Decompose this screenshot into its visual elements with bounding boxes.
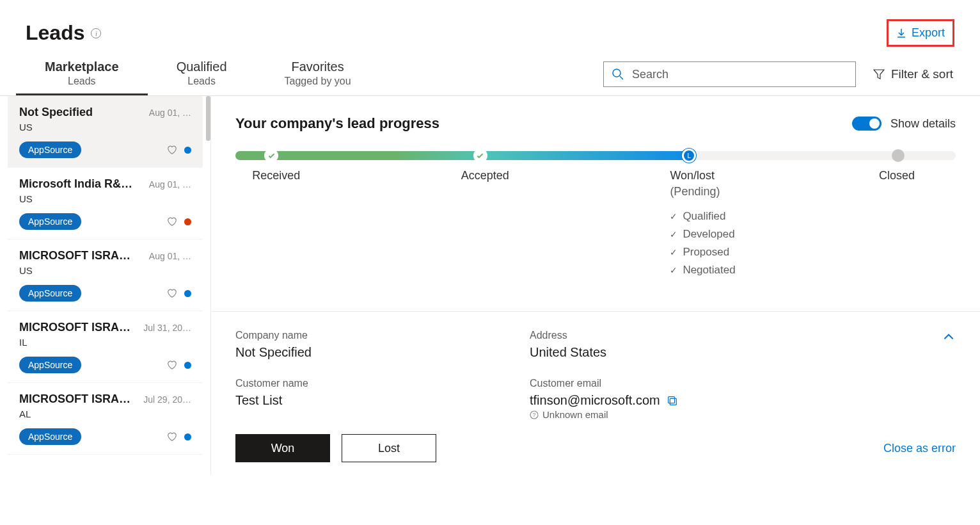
stage-checklist: Qualified Developed Proposed Negotiated — [670, 207, 735, 279]
lead-list: Not SpecifiedAug 01, … US AppSource Micr… — [0, 96, 211, 475]
customer-email-value: tfinson@microsoft.com — [530, 393, 660, 408]
lead-date: Aug 01, … — [149, 251, 191, 261]
status-dot — [184, 290, 191, 297]
search-icon — [612, 68, 624, 81]
company-name-label: Company name — [235, 330, 491, 341]
tab-qualified[interactable]: Qualified Leads — [148, 53, 256, 95]
lead-item[interactable]: Microsoft India R&…Aug 01, … US AppSourc… — [8, 168, 203, 239]
stage-marker-wonlost: L — [682, 149, 696, 163]
lead-name: MICROSOFT ISRAE… — [19, 249, 134, 262]
lead-date: Aug 01, … — [149, 179, 191, 190]
lead-name: Not Specified — [19, 106, 93, 119]
lead-item[interactable]: Not SpecifiedAug 01, … US AppSource — [8, 96, 203, 168]
question-icon: ? — [530, 410, 539, 419]
customer-email-label: Customer email — [530, 378, 786, 389]
company-name-value: Not Specified — [235, 345, 491, 360]
tab-marketplace[interactable]: Marketplace Leads — [16, 53, 148, 95]
close-as-error-link[interactable]: Close as error — [883, 442, 956, 455]
customer-name-value: Test List — [235, 393, 491, 408]
stage-label-accepted: Accepted — [461, 169, 509, 182]
customer-name-label: Customer name — [235, 378, 491, 389]
lead-date: Jul 31, 20… — [143, 323, 191, 333]
address-label: Address — [530, 330, 786, 341]
address-value: United States — [530, 345, 786, 360]
download-icon — [896, 28, 906, 38]
svg-rect-1 — [670, 398, 676, 405]
lead-location: AL — [19, 408, 191, 419]
lead-location: US — [19, 122, 191, 133]
won-button[interactable]: Won — [235, 434, 330, 462]
progress-bar: L — [235, 151, 956, 160]
lead-name: MICROSOFT ISRAE… — [19, 321, 134, 334]
heart-icon[interactable] — [166, 359, 178, 371]
lead-source-pill: AppSource — [19, 357, 81, 373]
lead-location: IL — [19, 337, 191, 348]
lead-name: Microsoft India R&… — [19, 177, 132, 191]
show-details-toggle[interactable] — [852, 117, 881, 131]
progress-title: Your company's lead progress — [235, 115, 439, 132]
tab-bar: Marketplace Leads Qualified Leads Favori… — [16, 53, 380, 95]
lead-date: Aug 01, … — [149, 108, 191, 118]
lead-location: US — [19, 265, 191, 276]
lead-source-pill: AppSource — [19, 428, 81, 445]
heart-icon[interactable] — [166, 216, 178, 227]
lead-item[interactable]: MICROSOFT ISRAE…Jul 29, 20… AL AppSource — [8, 383, 203, 455]
stage-label-wonlost: Won/lost (Pending) Qualified Developed P… — [670, 169, 735, 279]
page-title: Leads — [26, 21, 84, 45]
stage-marker-received — [264, 149, 278, 163]
chevron-up-icon[interactable] — [942, 330, 956, 344]
lead-date: Jul 29, 20… — [143, 394, 191, 405]
lead-name: MICROSOFT ISRAE… — [19, 392, 134, 406]
heart-icon[interactable] — [166, 287, 178, 299]
lead-source-pill: AppSource — [19, 141, 81, 158]
search-box[interactable] — [603, 61, 856, 87]
svg-rect-2 — [668, 396, 674, 403]
status-dot — [184, 362, 191, 369]
svg-text:?: ? — [532, 412, 535, 418]
email-status: ? Unknown email — [530, 409, 786, 420]
tab-favorites[interactable]: Favorites Tagged by you — [256, 53, 380, 95]
copy-icon[interactable] — [667, 395, 678, 407]
lead-source-pill: AppSource — [19, 285, 81, 302]
status-dot — [184, 433, 191, 440]
stage-marker-closed — [892, 149, 905, 162]
heart-icon[interactable] — [166, 144, 178, 156]
filter-icon — [873, 69, 885, 80]
stage-label-closed: Closed — [879, 169, 915, 182]
lead-source-pill: AppSource — [19, 213, 81, 230]
stage-label-received: Received — [252, 169, 300, 182]
status-dot — [184, 147, 191, 154]
export-button[interactable]: Export — [887, 19, 954, 47]
toggle-label: Show details — [890, 117, 956, 131]
lost-button[interactable]: Lost — [342, 434, 436, 462]
filter-sort-button[interactable]: Filter & sort — [872, 65, 954, 84]
lead-item[interactable]: MICROSOFT ISRAE…Aug 01, … US AppSource — [8, 239, 203, 311]
status-dot — [184, 218, 191, 225]
export-label: Export — [912, 26, 945, 40]
info-icon[interactable]: i — [91, 28, 101, 38]
search-input[interactable] — [632, 68, 848, 81]
svg-point-0 — [613, 69, 620, 77]
lead-item[interactable]: MICROSOFT ISRAE…Jul 31, 20… IL AppSource — [8, 311, 203, 383]
heart-icon[interactable] — [166, 431, 178, 442]
stage-marker-accepted — [473, 149, 487, 163]
lead-detail-panel: Your company's lead progress Show detail… — [211, 96, 980, 475]
lead-location: US — [19, 193, 191, 204]
